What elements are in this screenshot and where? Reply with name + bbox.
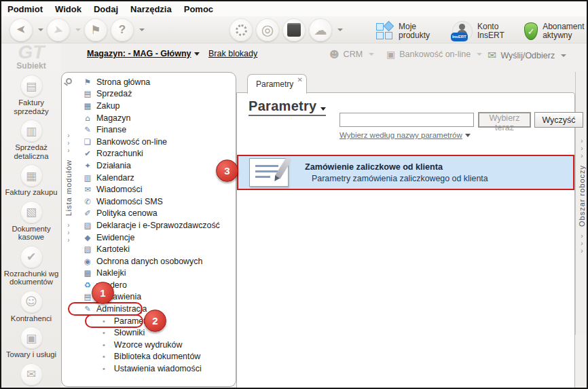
moje-produkty-button[interactable]: Moje produkty (373, 21, 439, 41)
flag-icon[interactable]: ⚑ (84, 18, 107, 41)
tab-parametry[interactable]: Parametry ✕ (247, 74, 307, 94)
application-window: Podmiot Widok Dodaj Narzędzia Pomoc ➤ ➤ … (0, 0, 588, 389)
info-bar: Magazyn: - MAG - Główny Brak blokady ☻ C… (1, 43, 587, 62)
konto-insert-label: Konto InsERT (477, 22, 508, 40)
reports-icon: ▤ (83, 292, 92, 301)
parameter-search-input[interactable] (339, 113, 474, 127)
menu-bar: Podmiot Widok Dodaj Narzędzia Pomoc (1, 1, 587, 16)
sync-icon[interactable] (229, 18, 253, 41)
sidebar-item-wiadomosci-odebrane[interactable]: ✉ Wiadomości odebrane (1, 363, 61, 389)
tree-item-rozrachunki[interactable]: ✔Rozrachunki (75, 148, 234, 160)
warehouse-icon: ⌂ (83, 113, 92, 123)
finance-icon: ✎ (83, 125, 92, 134)
filter-by-name-link[interactable]: Wybierz według nazwy parametrów (339, 131, 471, 139)
tree-item-zakup[interactable]: ▦Zakup (75, 100, 234, 112)
sidebar-item-faktury-sprzedazy[interactable]: ▤ Faktury sprzedaży (1, 75, 61, 115)
insert-account-icon: InsERT (452, 21, 473, 41)
abonament-label: Abonament aktywny (543, 22, 588, 40)
brak-blokady-link[interactable]: Brak blokady (208, 49, 257, 58)
forward-dropdown-caret-icon (75, 29, 81, 31)
menu-widok[interactable]: Widok (55, 4, 81, 14)
sidebar-item-dokumenty-kasowe[interactable]: ▧ Dokumenty kasowe (1, 201, 61, 242)
online-banking-icon: ❏ (83, 137, 92, 147)
annotation-box-administracja (68, 302, 143, 316)
tree-item-bankowosc[interactable]: ❏Bankowość on-line (75, 136, 234, 148)
magazyn-selector[interactable]: Magazyn: - MAG - Główny (87, 49, 200, 58)
abonament-button[interactable]: ✓ Abonament aktywny (521, 21, 588, 41)
labels-icon: ▩ (83, 268, 92, 278)
forward-arrow-icon[interactable]: ➤ (47, 18, 70, 41)
magazyn-caret-icon (194, 52, 200, 56)
wyczysc-button[interactable]: Wyczyść (534, 112, 583, 128)
menu-pomoc[interactable]: Pomoc (184, 4, 213, 14)
cloud-database-icon[interactable]: ☁ (309, 18, 332, 41)
contractors-icon: ☺ (25, 295, 37, 308)
pin-search-icon[interactable] (66, 78, 72, 84)
sidebar-item-rozrachunki[interactable]: ✔ Rozrachunki wg dokumentów (1, 246, 61, 286)
tree-item-ewidencje[interactable]: ◆Ewidencje (75, 231, 234, 244)
tree-item-sprzedaz[interactable]: ▤Sprzedaż (75, 88, 234, 100)
help-icon[interactable]: ? (111, 18, 134, 41)
page-title[interactable]: Parametry (249, 98, 326, 116)
cube-icon[interactable] (282, 18, 306, 41)
tab-close-icon[interactable]: ✕ (297, 76, 303, 84)
tree-item-wiadomosci[interactable]: ✉Wiadomości (75, 183, 234, 196)
back-dropdown-caret-icon[interactable] (38, 29, 43, 31)
tree-item-kartoteki[interactable]: ▧Kartoteki (75, 243, 234, 255)
vendero-icon: ♻ (83, 280, 92, 290)
tree-item-polityka-cenowa[interactable]: ✐Polityka cenowa (75, 208, 234, 220)
module-tree-panel: ››› Lista modułów ››› ⚑Strona główna ▤Sp… (61, 72, 236, 387)
purchase-icon: ▦ (83, 101, 92, 111)
wyslij-odbierz-caret-icon (561, 54, 566, 57)
tree-item-naklejki[interactable]: ▩Naklejki (75, 267, 234, 280)
cloud-dropdown-caret-icon[interactable] (337, 29, 343, 31)
tree-item-deklaracje[interactable]: ▨Deklaracje i e-Sprawozdawczość (75, 219, 234, 231)
parameter-list-item-selected[interactable]: Zamówienie zaliczkowe od klienta Paramet… (237, 155, 574, 190)
menu-dodaj[interactable]: Dodaj (94, 4, 118, 14)
bankowosc-button[interactable]: ▣ Bankowość on-line (386, 49, 482, 60)
tree-item-strona-glowna[interactable]: ⚑Strona główna (75, 76, 234, 88)
module-sidebar: GT Subiekt ▤ Faktury sprzedaży ▥ Sprzeda… (1, 43, 61, 389)
tree-item-wzorce-wydrukow[interactable]: Wzorce wydruków (75, 339, 234, 351)
app-name-label: Subiekt (1, 61, 61, 71)
lista-modulow-tab[interactable]: ››› Lista modułów ››› (62, 73, 75, 386)
menu-narzedzia[interactable]: Narzędzia (130, 4, 172, 14)
actions-icon: ✦ (83, 161, 92, 170)
wyslij-odbierz-button[interactable]: ✉ Wyślij/Odbierz (488, 49, 566, 62)
wyslij-odbierz-label: Wyślij/Odbierz (500, 51, 555, 60)
moje-produkty-label: Moje produkty (399, 22, 436, 40)
globe-icon[interactable]: ◎ (256, 18, 279, 41)
tree-item-finanse[interactable]: ✎Finanse (75, 124, 234, 136)
annotation-badge-2: 2 (144, 310, 166, 332)
tree-item-kalendarz[interactable]: ▥Kalendarz (75, 172, 234, 184)
back-arrow-icon[interactable]: ➤ (10, 18, 33, 41)
sidebar-item-kontrahenci[interactable]: ☺ Kontrahenci (1, 291, 61, 323)
tree-item-dzialania[interactable]: ✦Działania (75, 160, 234, 172)
sidebar-item-sprzedaz-detaliczna[interactable]: ▥ Sprzedaż detaliczna (1, 119, 61, 160)
tree-item-ochrona-danych[interactable]: ◉Ochrona danych osobowych (75, 255, 234, 267)
help-dropdown-caret-icon[interactable] (139, 29, 145, 31)
menu-podmiot[interactable]: Podmiot (7, 4, 43, 14)
settlements-icon: ✔ (26, 250, 36, 263)
tree-item-wiadomosci-sms[interactable]: ✆Wiadomości SMS (75, 196, 234, 208)
sales-icon: ▤ (83, 89, 92, 98)
magazyn-label: Magazyn: - MAG - Główny (87, 49, 191, 58)
obszar-roboczy-label: Obszar roboczy (578, 165, 586, 227)
konto-insert-button[interactable]: InsERT Konto InsERT (449, 20, 511, 43)
sidebar-item-faktury-zakupu[interactable]: ▦ Faktury zakupu (1, 164, 61, 197)
data-protection-icon: ◉ (83, 257, 92, 266)
received-messages-icon: ✉ (26, 367, 36, 381)
bank-icon: ▣ (386, 49, 395, 60)
annotation-badge-1: 1 (92, 282, 114, 304)
tree-item-ustawienia-wiadomosci[interactable]: Ustawienia wiadomości (75, 363, 234, 375)
tree-item-biblioteka-dokumentow[interactable]: Biblioteka dokumentów (75, 351, 234, 363)
main-content-panel: Parametry Wybierz teraz Wyczyść Wybierz … (236, 92, 575, 389)
crm-caret-icon (369, 53, 374, 56)
sidebar-item-towary[interactable]: ▣ Towary i usługi (1, 327, 61, 359)
products-grid-icon (376, 22, 394, 40)
pricing-policy-icon: ✐ (83, 208, 92, 218)
declarations-icon: ▨ (83, 221, 92, 230)
tree-item-magazyn[interactable]: ⌂Magazyn (75, 112, 234, 124)
wybierz-teraz-button[interactable]: Wybierz teraz (478, 112, 531, 128)
crm-button[interactable]: ☻ CRM (329, 49, 374, 60)
